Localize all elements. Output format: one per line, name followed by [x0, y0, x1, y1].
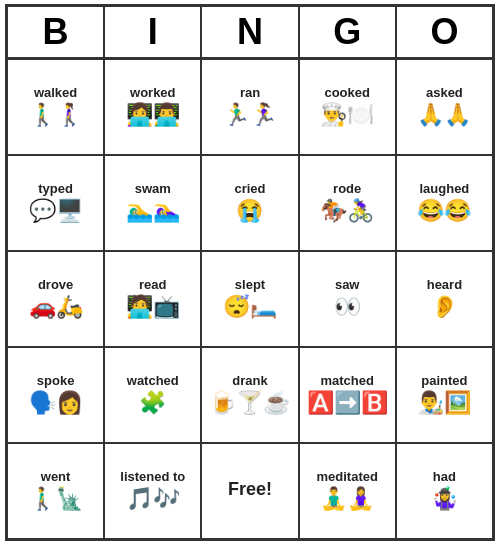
cell-label: read — [139, 277, 166, 293]
header-letter: N — [201, 6, 298, 59]
cell-label: drank — [232, 373, 267, 389]
cell-label: rode — [333, 181, 361, 197]
cell-label: laughed — [419, 181, 469, 197]
cell-emoji: 🚶‍♂️🚶‍♀️ — [29, 102, 83, 128]
cell-label: slept — [235, 277, 265, 293]
cell-emoji: 🏃‍♂️🏃‍♀️ — [223, 102, 277, 128]
cell-label: spoke — [37, 373, 75, 389]
cell-emoji: 🗣️👩 — [29, 390, 83, 416]
free-cell: Free! — [201, 443, 298, 539]
cell-emoji: 🏇🚴‍♀️ — [320, 198, 374, 224]
cell-label: typed — [38, 181, 73, 197]
bingo-card: BINGO walked🚶‍♂️🚶‍♀️worked👩‍💻👨‍💻ran🏃‍♂️🏃… — [5, 4, 495, 541]
cell-emoji: 😂😂 — [417, 198, 471, 224]
bingo-cell: ran🏃‍♂️🏃‍♀️ — [201, 59, 298, 155]
cell-label: drove — [38, 277, 73, 293]
bingo-cell: cooked👨‍🍳🍽️ — [299, 59, 396, 155]
cell-emoji: 💬🖥️ — [29, 198, 83, 224]
cell-emoji: 🚗🛵 — [29, 294, 83, 320]
bingo-cell: walked🚶‍♂️🚶‍♀️ — [7, 59, 104, 155]
cell-label: worked — [130, 85, 176, 101]
bingo-cell: saw👀 — [299, 251, 396, 347]
cell-label: meditated — [316, 469, 377, 485]
bingo-grid: walked🚶‍♂️🚶‍♀️worked👩‍💻👨‍💻ran🏃‍♂️🏃‍♀️coo… — [7, 59, 493, 539]
cell-label: swam — [135, 181, 171, 197]
bingo-cell: painted👨‍🎨🖼️ — [396, 347, 493, 443]
cell-label: heard — [427, 277, 462, 293]
cell-label: cried — [234, 181, 265, 197]
bingo-cell: laughed😂😂 — [396, 155, 493, 251]
cell-label: listened to — [120, 469, 185, 485]
bingo-cell: drank🍺🍸☕ — [201, 347, 298, 443]
header-letter: G — [299, 6, 396, 59]
cell-label: Free! — [228, 479, 272, 501]
cell-label: saw — [335, 277, 360, 293]
bingo-cell: cried😭 — [201, 155, 298, 251]
cell-emoji: 🧘‍♂️🧘‍♀️ — [320, 486, 374, 512]
bingo-cell: meditated🧘‍♂️🧘‍♀️ — [299, 443, 396, 539]
bingo-cell: typed💬🖥️ — [7, 155, 104, 251]
bingo-cell: worked👩‍💻👨‍💻 — [104, 59, 201, 155]
header-letter: B — [7, 6, 104, 59]
cell-emoji: 👨‍🍳🍽️ — [320, 102, 374, 128]
cell-emoji: 🙏🙏 — [417, 102, 471, 128]
bingo-cell: drove🚗🛵 — [7, 251, 104, 347]
cell-emoji: 😴🛏️ — [223, 294, 277, 320]
cell-emoji: 🧩 — [139, 390, 166, 416]
header-letter: I — [104, 6, 201, 59]
cell-label: cooked — [324, 85, 370, 101]
cell-emoji: 🤹‍♀️ — [431, 486, 458, 512]
bingo-cell: watched🧩 — [104, 347, 201, 443]
cell-emoji: 🅰️➡️🅱️ — [307, 390, 388, 416]
bingo-cell: listened to🎵🎶 — [104, 443, 201, 539]
cell-emoji: 🚶‍♂️🗽 — [29, 486, 83, 512]
bingo-cell: rode🏇🚴‍♀️ — [299, 155, 396, 251]
cell-label: had — [433, 469, 456, 485]
bingo-cell: had🤹‍♀️ — [396, 443, 493, 539]
bingo-cell: went🚶‍♂️🗽 — [7, 443, 104, 539]
bingo-header: BINGO — [7, 6, 493, 59]
bingo-cell: read🧑‍💻📺 — [104, 251, 201, 347]
cell-emoji: 😭 — [236, 198, 263, 224]
header-letter: O — [396, 6, 493, 59]
cell-label: matched — [320, 373, 373, 389]
cell-label: ran — [240, 85, 260, 101]
bingo-cell: heard👂 — [396, 251, 493, 347]
cell-emoji: 🍺🍸☕ — [209, 390, 290, 416]
cell-label: painted — [421, 373, 467, 389]
bingo-cell: asked🙏🙏 — [396, 59, 493, 155]
cell-emoji: 👩‍💻👨‍💻 — [126, 102, 180, 128]
bingo-cell: matched🅰️➡️🅱️ — [299, 347, 396, 443]
cell-emoji: 🧑‍💻📺 — [126, 294, 180, 320]
cell-label: went — [41, 469, 71, 485]
cell-label: asked — [426, 85, 463, 101]
cell-emoji: 👨‍🎨🖼️ — [417, 390, 471, 416]
cell-emoji: 🏊‍♂️🏊‍♀️ — [126, 198, 180, 224]
bingo-cell: swam🏊‍♂️🏊‍♀️ — [104, 155, 201, 251]
cell-label: walked — [34, 85, 77, 101]
bingo-cell: slept😴🛏️ — [201, 251, 298, 347]
cell-emoji: 🎵🎶 — [126, 486, 180, 512]
cell-label: watched — [127, 373, 179, 389]
bingo-cell: spoke🗣️👩 — [7, 347, 104, 443]
cell-emoji: 👂 — [431, 294, 458, 320]
cell-emoji: 👀 — [334, 294, 361, 320]
